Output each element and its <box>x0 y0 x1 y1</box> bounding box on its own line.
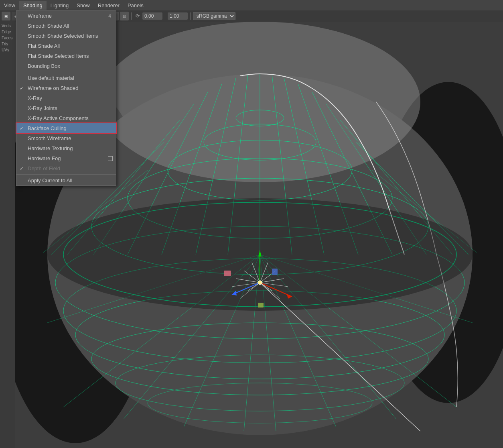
backface-culling-label: Backface Culling <box>28 125 67 131</box>
svg-rect-66 <box>272 269 278 275</box>
flat-shade-selected-label: Flat Shade Selected Items <box>28 53 89 59</box>
edge-label: Edge <box>2 30 11 34</box>
menu-item-flat-shade-selected[interactable]: Flat Shade Selected Items <box>16 51 116 61</box>
wireframe-on-shaded-check: ✓ <box>20 86 24 91</box>
x-ray-joints-label: X-Ray Joints <box>28 105 57 111</box>
depth-of-field-label: Depth of Field <box>28 165 60 171</box>
transform-x-input[interactable] <box>142 12 162 20</box>
smooth-shade-selected-label: Smooth Shade Selected Items <box>28 33 98 39</box>
menu-lighting[interactable]: Lighting <box>47 1 73 10</box>
uvs-row: UVs <box>1 47 14 53</box>
toolbar-separator-4 <box>165 12 165 20</box>
faces-row: Faces <box>1 35 14 41</box>
separator-2 <box>16 174 116 175</box>
left-panel: Verts Edge Faces Tris UVs <box>0 22 15 448</box>
x-ray-label: X-Ray <box>28 95 42 101</box>
menu-item-smooth-wireframe[interactable]: Smooth Wireframe <box>16 133 116 143</box>
verts-row: Verts <box>1 23 14 29</box>
smooth-wireframe-label: Smooth Wireframe <box>28 135 71 141</box>
menu-item-backface-culling[interactable]: ✓ Backface Culling <box>16 123 116 133</box>
colorspace-select[interactable]: sRGB gamma <box>193 12 235 20</box>
verts-label: Verts <box>2 24 11 28</box>
backface-culling-check: ✓ <box>20 126 24 131</box>
menu-item-smooth-shade-all[interactable]: Smooth Shade All <box>16 21 116 31</box>
svg-rect-65 <box>224 271 231 276</box>
menu-view[interactable]: View <box>0 1 19 10</box>
toolbar-separator-3 <box>131 12 132 20</box>
flat-shade-all-label: Flat Shade All <box>28 43 60 49</box>
tris-label: Tris <box>2 42 8 46</box>
wireframe-label: Wireframe <box>28 13 52 19</box>
bounding-box-label: Bounding Box <box>28 63 60 69</box>
view-icon[interactable]: ▣ <box>2 12 10 20</box>
wireframe-on-shaded-label: Wireframe on Shaded <box>28 85 78 91</box>
menu-item-flat-shade-all[interactable]: Flat Shade All <box>16 41 116 51</box>
menu-bar: View Shading Lighting Show Renderer Pane… <box>0 0 503 10</box>
svg-rect-67 <box>258 303 264 307</box>
svg-point-64 <box>258 281 262 285</box>
transform-label: ⟳ <box>134 13 141 19</box>
smooth-shade-all-label: Smooth Shade All <box>28 23 69 29</box>
menu-item-hardware-fog[interactable]: Hardware Fog <box>16 153 116 163</box>
hardware-texturing-label: Hardware Texturing <box>28 145 73 151</box>
menu-item-use-default-material[interactable]: Use default material <box>16 73 116 83</box>
wireframe-shortcut: 4 <box>108 13 111 19</box>
depth-of-field-check: ✓ <box>20 166 24 171</box>
transform-y-input[interactable] <box>168 12 188 20</box>
uvs-label: UVs <box>2 48 9 52</box>
shading-dropdown: Wireframe 4 Smooth Shade All Smooth Shad… <box>16 10 116 186</box>
menu-item-x-ray-active[interactable]: X-Ray Active Components <box>16 113 116 123</box>
menu-item-apply-current[interactable]: Apply Current to All <box>16 175 116 185</box>
x-ray-active-label: X-Ray Active Components <box>28 115 89 121</box>
layout-icon[interactable]: ⊟ <box>120 12 129 20</box>
faces-label: Faces <box>2 36 12 40</box>
menu-item-x-ray-joints[interactable]: X-Ray Joints <box>16 103 116 113</box>
menu-panels[interactable]: Panels <box>124 1 148 10</box>
menu-show[interactable]: Show <box>73 1 94 10</box>
menu-item-bounding-box[interactable]: Bounding Box <box>16 61 116 71</box>
menu-item-wireframe[interactable]: Wireframe 4 <box>16 11 116 21</box>
hardware-fog-label: Hardware Fog <box>28 155 61 161</box>
tris-row: Tris <box>1 41 14 47</box>
menu-item-wireframe-on-shaded[interactable]: ✓ Wireframe on Shaded <box>16 83 116 93</box>
toolbar-separator-5 <box>190 12 191 20</box>
menu-item-hardware-texturing[interactable]: Hardware Texturing <box>16 143 116 153</box>
menu-item-smooth-shade-selected[interactable]: Smooth Shade Selected Items <box>16 31 116 41</box>
apply-current-label: Apply Current to All <box>28 177 72 183</box>
edge-row: Edge <box>1 29 14 35</box>
menu-item-depth-of-field[interactable]: ✓ Depth of Field <box>16 163 116 173</box>
menu-renderer[interactable]: Renderer <box>94 1 124 10</box>
menu-shading[interactable]: Shading <box>19 1 47 10</box>
menu-item-x-ray[interactable]: X-Ray <box>16 93 116 103</box>
use-default-material-label: Use default material <box>28 75 74 81</box>
hardware-fog-checkbox[interactable] <box>108 156 113 161</box>
separator-1 <box>16 72 116 72</box>
